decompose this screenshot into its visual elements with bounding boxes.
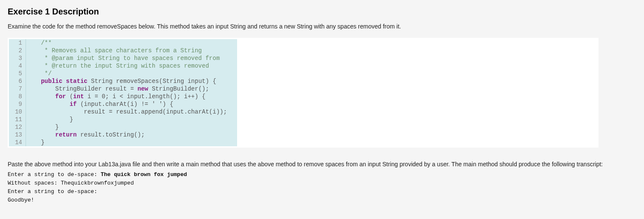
code-line: 10 result = result.append(input.charAt(i…: [9, 108, 237, 116]
intro-paragraph: Examine the code for the method removeSp…: [8, 23, 636, 30]
line-number: 4: [9, 62, 26, 70]
line-number: 6: [9, 77, 26, 85]
code-cell: */: [26, 70, 62, 77]
code-line: 2 * Removes all space characters from a …: [9, 47, 237, 54]
line-number: 14: [9, 139, 26, 146]
code-line: 8 for (int i = 0; i < input.length(); i+…: [9, 93, 237, 100]
line-number: 8: [9, 93, 26, 100]
line-number: 2: [9, 47, 26, 54]
code-cell: }: [26, 116, 83, 123]
code-line: 1 /**: [9, 39, 237, 47]
code-cell: for (int i = 0; i < input.length(); i++)…: [26, 93, 216, 100]
code-line: 7 StringBuilder result = new StringBuild…: [9, 85, 237, 93]
line-number: 5: [9, 70, 26, 77]
transcript-line: Enter a string to de-space:: [8, 188, 636, 196]
code-cell: * @param input String to have spaces rem…: [26, 54, 230, 62]
code-cell: /**: [26, 39, 62, 47]
code-cell: * Removes all space characters from a St…: [26, 47, 212, 54]
code-line: 6 public static String removeSpaces(Stri…: [9, 77, 237, 85]
line-number: 12: [9, 123, 26, 131]
code-cell: return result.toString();: [26, 131, 155, 139]
code-line: 9 if (input.charAt(i) != ' ') {: [9, 100, 237, 108]
code-line: 14 }: [9, 139, 237, 146]
code-cell: }: [26, 123, 69, 131]
instructions-paragraph: Paste the above method into your Lab13a.…: [8, 160, 636, 168]
code-cell: }: [26, 139, 55, 146]
code-cell: public static String removeSpaces(String…: [26, 77, 226, 85]
line-number: 7: [9, 85, 26, 93]
code-line: 13 return result.toString();: [9, 131, 237, 139]
transcript-line: Enter a string to de-space: The quick br…: [8, 171, 636, 179]
code-cell: StringBuilder result = new StringBuilder…: [26, 85, 219, 93]
code-block: 1 /**2 * Removes all space characters fr…: [9, 39, 237, 146]
code-cell: if (input.charAt(i) != ' ') {: [26, 100, 183, 108]
code-line: 12 }: [9, 123, 237, 131]
line-number: 3: [9, 54, 26, 62]
line-number: 10: [9, 108, 26, 116]
page-title: Exercise 1 Description: [8, 7, 636, 17]
code-container: 1 /**2 * Removes all space characters fr…: [8, 38, 598, 148]
code-line: 3 * @param input String to have spaces r…: [9, 54, 237, 62]
line-number: 13: [9, 131, 26, 139]
transcript-line: Goodbye!: [8, 196, 636, 205]
transcript-block: Enter a string to de-space: The quick br…: [8, 171, 636, 205]
line-number: 9: [9, 100, 26, 108]
code-line: 4 * @return the input String with spaces…: [9, 62, 237, 70]
line-number: 11: [9, 116, 26, 123]
transcript-line: Without spaces: Thequickbrownfoxjumped: [8, 179, 636, 188]
code-cell: result = result.append(input.charAt(i));: [26, 108, 237, 116]
code-line: 11 }: [9, 116, 237, 123]
exercise-page: Exercise 1 Description Examine the code …: [0, 0, 644, 217]
code-cell: * @return the input String with spaces r…: [26, 62, 219, 70]
code-line: 5 */: [9, 70, 237, 77]
line-number: 1: [9, 39, 26, 47]
